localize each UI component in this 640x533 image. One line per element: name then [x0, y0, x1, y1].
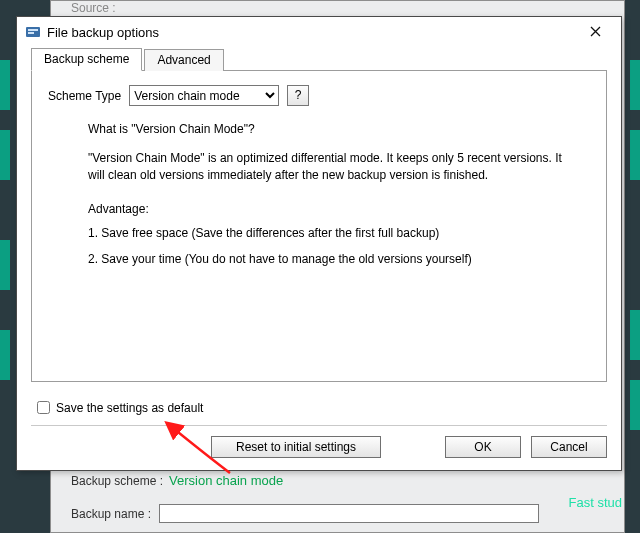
advantage-heading: Advantage:	[88, 202, 568, 216]
dialog-button-row: Reset to initial settings OK Cancel	[31, 425, 607, 458]
tab-advanced[interactable]: Advanced	[144, 49, 223, 71]
tab-strip: Backup scheme Advanced	[31, 49, 607, 71]
bg-fast-text: Fast stud	[569, 495, 622, 510]
tab-body-scheme: Scheme Type Version chain mode ? What is…	[31, 71, 607, 382]
app-icon	[25, 24, 41, 40]
bg-scheme-label: Backup scheme :	[71, 474, 163, 488]
description-text: "Version Chain Mode" is an optimized dif…	[88, 150, 568, 184]
tab-backup-scheme[interactable]: Backup scheme	[31, 48, 142, 71]
file-backup-options-dialog: File backup options Backup scheme Advanc…	[16, 16, 622, 471]
titlebar: File backup options	[17, 17, 621, 47]
what-is-heading: What is "Version Chain Mode"?	[88, 122, 568, 136]
help-icon: ?	[295, 88, 302, 102]
tab-advanced-label: Advanced	[157, 53, 210, 67]
cancel-button[interactable]: Cancel	[531, 436, 607, 458]
bg-name-label: Backup name :	[71, 507, 151, 521]
bg-source-label: Source :	[71, 1, 116, 15]
close-button[interactable]	[577, 20, 613, 44]
bg-name-input[interactable]	[159, 504, 539, 523]
tab-backup-scheme-label: Backup scheme	[44, 52, 129, 66]
svg-rect-2	[28, 32, 34, 34]
bg-scheme-value: Version chain mode	[169, 473, 283, 488]
save-default-row[interactable]: Save the settings as default	[33, 398, 607, 417]
close-icon	[590, 24, 601, 40]
scheme-type-select[interactable]: Version chain mode	[129, 85, 279, 106]
help-button[interactable]: ?	[287, 85, 309, 106]
advantage-item-1: 1. Save free space (Save the differences…	[88, 226, 568, 240]
scheme-description: What is "Version Chain Mode"? "Version C…	[88, 122, 568, 266]
save-default-checkbox[interactable]	[37, 401, 50, 414]
save-default-label: Save the settings as default	[56, 401, 203, 415]
advantage-item-2: 2. Save your time (You do not have to ma…	[88, 252, 568, 266]
ok-button[interactable]: OK	[445, 436, 521, 458]
reset-button[interactable]: Reset to initial settings	[211, 436, 381, 458]
svg-rect-1	[28, 29, 38, 31]
scheme-type-label: Scheme Type	[48, 89, 121, 103]
dialog-title: File backup options	[47, 25, 159, 40]
